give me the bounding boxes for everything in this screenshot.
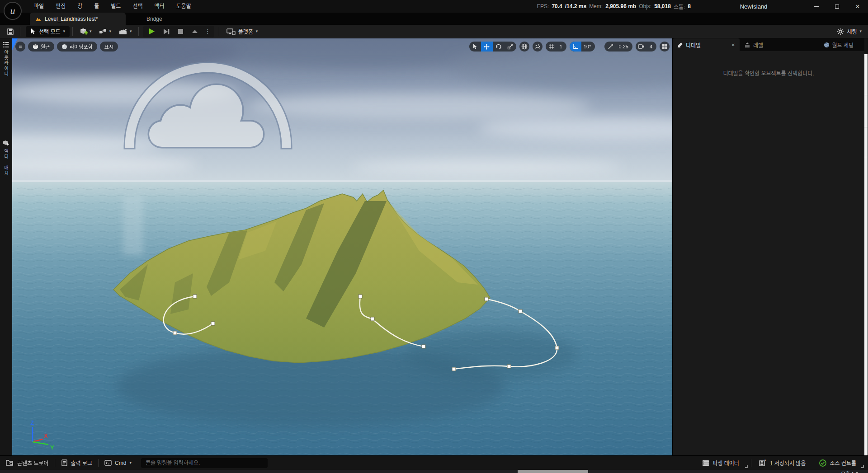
- output-log-icon: [61, 459, 68, 466]
- lit-sphere-icon: [61, 44, 67, 50]
- taskbar-clock-fragment: 오후 1:0: [841, 470, 859, 473]
- save-button[interactable]: [4, 26, 17, 37]
- close-button[interactable]: ✕: [847, 0, 868, 13]
- place-actors-icon: [3, 140, 9, 146]
- frame-ms-value: /14.2 ms: [565, 3, 586, 9]
- taskbar-search-sliver[interactable]: [518, 470, 588, 473]
- settings-dropdown[interactable]: 세팅 ▾: [830, 26, 868, 37]
- perspective-cube-icon: [33, 44, 38, 50]
- console-command-input[interactable]: [141, 460, 268, 466]
- platforms-dropdown[interactable]: 플랫폼 ▾: [222, 26, 263, 37]
- gear-icon: [837, 28, 844, 35]
- background-window-sliver: [864, 38, 868, 455]
- toolbar-separator: [20, 27, 20, 36]
- view-mode-dropdown[interactable]: 라이팅포함: [57, 42, 97, 52]
- transform-tools: [469, 42, 516, 52]
- window-controls: ✕: [806, 0, 868, 13]
- gizmo-y-label: Y: [50, 444, 54, 451]
- globe-icon: [521, 43, 528, 50]
- performance-stats: FPS: 70.4 /14.2 ms Mem: 2,905.96 mb Objs…: [537, 3, 691, 10]
- unsaved-changes-button[interactable]: * 1 저장되지 않음: [753, 456, 812, 470]
- play-options-dots-icon[interactable]: ⋮: [202, 28, 213, 35]
- scale-snap-control[interactable]: 0.25: [604, 42, 632, 52]
- camera-icon: [638, 44, 645, 49]
- frame-skip-icon: [163, 28, 170, 35]
- level-icon: [35, 16, 42, 22]
- blueprint-icon: [99, 28, 108, 35]
- eject-icon: [192, 29, 198, 34]
- main-toolbar: 선택 모드 ▾ ▾ ▾: [0, 25, 868, 38]
- menu-actor[interactable]: 액터: [148, 0, 170, 13]
- console-command-box: [141, 458, 268, 468]
- viewport-toolbar-right: 1 10°: [469, 42, 670, 52]
- memory-value: 2,905.96 mb: [605, 3, 636, 9]
- place-actors-label: 액터 배치: [3, 149, 9, 176]
- unreal-editor-window: u 파일 편집 창 툴 빌드 선택 액터 도움말 FPS: 70.4 /14.2…: [0, 0, 868, 473]
- tab-level-landmasstest[interactable]: Level_LandmassTest*: [30, 13, 126, 25]
- expand-corner-icon: [745, 465, 748, 468]
- title-bar: u 파일 편집 창 툴 빌드 선택 액터 도움말 FPS: 70.4 /14.2…: [0, 0, 868, 13]
- frame-skip-button[interactable]: [159, 26, 174, 37]
- menu-edit[interactable]: 편집: [50, 0, 71, 13]
- content-drawer-button[interactable]: 콘텐츠 드로어: [0, 456, 55, 470]
- chevron-down-icon: ▾: [109, 29, 112, 33]
- world-local-toggle[interactable]: [519, 42, 529, 52]
- grid-snap-control[interactable]: 1: [546, 42, 566, 52]
- menu-help[interactable]: 도움말: [170, 0, 197, 13]
- source-control-ok-icon: [819, 459, 826, 467]
- maximize-button[interactable]: [826, 0, 847, 13]
- cinematics-dropdown[interactable]: ▾: [115, 26, 136, 37]
- rotate-icon: [495, 44, 501, 50]
- window-title: NewIsland: [702, 3, 806, 10]
- tab-levels[interactable]: 레벨: [740, 38, 804, 51]
- blueprints-dropdown[interactable]: ▾: [95, 26, 115, 37]
- tab-world-settings[interactable]: 월드 세팅: [819, 38, 865, 51]
- rotation-snap-control[interactable]: 10°: [570, 42, 595, 52]
- rotate-tool-button[interactable]: [493, 42, 505, 52]
- sidebar-tab-place-actors[interactable]: 액터 배치: [3, 140, 9, 176]
- cloud-reflection-streak: [123, 197, 143, 255]
- eject-button[interactable]: [188, 26, 202, 37]
- select-tool-button[interactable]: [469, 42, 481, 52]
- stop-icon: [178, 28, 184, 34]
- stop-button[interactable]: [174, 26, 188, 37]
- output-log-button[interactable]: 출력 로그: [55, 456, 99, 470]
- move-tool-button[interactable]: [481, 42, 493, 52]
- menu-tools[interactable]: 툴: [88, 0, 105, 13]
- toolbar-separator: [219, 27, 219, 36]
- gizmo-x-label: X: [44, 432, 48, 439]
- menu-window[interactable]: 창: [71, 0, 88, 13]
- play-button[interactable]: [144, 26, 159, 37]
- add-actor-dropdown[interactable]: ▾: [75, 26, 95, 37]
- editor-mode-dropdown[interactable]: 선택 모드 ▾: [26, 26, 70, 37]
- details-icon: [677, 42, 683, 48]
- menu-file[interactable]: 파일: [28, 0, 50, 13]
- camera-speed-value: 4: [647, 44, 656, 49]
- tab-bridge[interactable]: Bridge: [140, 13, 169, 25]
- minimize-button[interactable]: [806, 0, 826, 13]
- maximize-icon: [835, 5, 839, 9]
- viewport-toolbar-left: ≡ 원근 라이팅포함 표시: [15, 42, 118, 52]
- close-details-tab-icon[interactable]: ✕: [723, 42, 735, 47]
- sidebar-tab-outliner[interactable]: 아웃라이너: [3, 42, 9, 77]
- menu-build[interactable]: 빌드: [105, 0, 127, 13]
- chevron-down-icon: ▾: [256, 29, 258, 33]
- show-dropdown[interactable]: 표시: [100, 42, 118, 52]
- maximize-viewport-button[interactable]: [660, 42, 670, 52]
- scale-tool-button[interactable]: [505, 42, 516, 52]
- rotation-snap-value: 10°: [581, 44, 595, 49]
- toolbar-separator: [72, 27, 73, 36]
- details-panel-body: 디테일을 확인할 오브젝트를 선택합니다.: [673, 51, 864, 455]
- menu-select[interactable]: 선택: [127, 0, 148, 13]
- camera-speed-control[interactable]: 4: [636, 42, 656, 52]
- tab-details[interactable]: 디테일 ✕: [673, 38, 740, 51]
- surface-snapping-button[interactable]: [533, 42, 542, 52]
- derived-data-button[interactable]: 파생 데이터: [696, 456, 749, 470]
- perspective-dropdown[interactable]: 원근: [28, 42, 54, 52]
- viewport-options-button[interactable]: ≡: [15, 42, 25, 52]
- minimize-icon: [814, 6, 819, 7]
- unreal-logo-icon[interactable]: u: [4, 2, 22, 20]
- level-viewport[interactable]: Z X Y ≡ 원근: [12, 38, 672, 455]
- cmd-dropdown[interactable]: Cmd ▾: [99, 456, 137, 470]
- source-control-button[interactable]: 소스 컨트롤: [813, 456, 865, 470]
